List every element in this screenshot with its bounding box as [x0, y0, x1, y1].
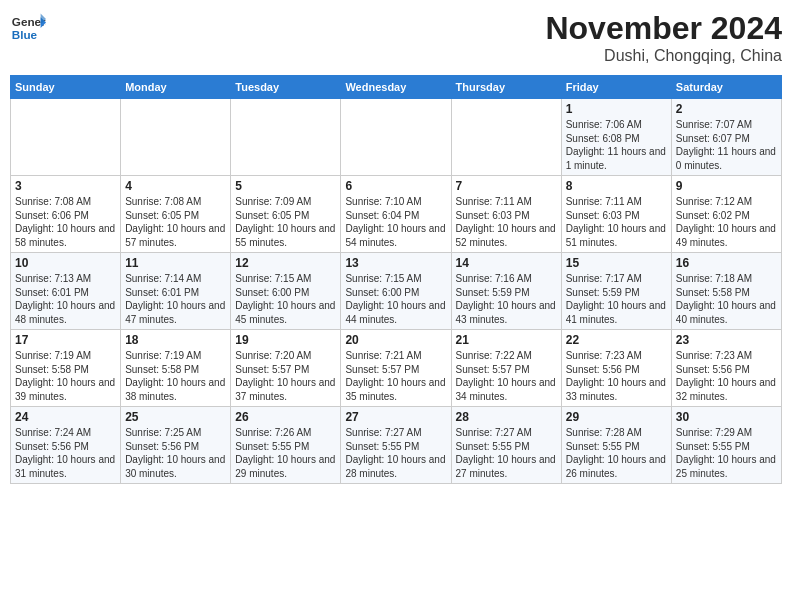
calendar-cell: [121, 99, 231, 176]
calendar-cell: 16Sunrise: 7:18 AM Sunset: 5:58 PM Dayli…: [671, 253, 781, 330]
calendar-cell: 13Sunrise: 7:15 AM Sunset: 6:00 PM Dayli…: [341, 253, 451, 330]
day-number: 27: [345, 410, 446, 424]
calendar-cell: 26Sunrise: 7:26 AM Sunset: 5:55 PM Dayli…: [231, 407, 341, 484]
week-row-3: 10Sunrise: 7:13 AM Sunset: 6:01 PM Dayli…: [11, 253, 782, 330]
week-row-1: 1Sunrise: 7:06 AM Sunset: 6:08 PM Daylig…: [11, 99, 782, 176]
day-info: Sunrise: 7:13 AM Sunset: 6:01 PM Dayligh…: [15, 272, 116, 326]
day-info: Sunrise: 7:19 AM Sunset: 5:58 PM Dayligh…: [15, 349, 116, 403]
calendar-cell: 4Sunrise: 7:08 AM Sunset: 6:05 PM Daylig…: [121, 176, 231, 253]
day-number: 4: [125, 179, 226, 193]
month-year-title: November 2024: [545, 10, 782, 47]
day-info: Sunrise: 7:21 AM Sunset: 5:57 PM Dayligh…: [345, 349, 446, 403]
calendar-cell: 9Sunrise: 7:12 AM Sunset: 6:02 PM Daylig…: [671, 176, 781, 253]
calendar-cell: 8Sunrise: 7:11 AM Sunset: 6:03 PM Daylig…: [561, 176, 671, 253]
day-info: Sunrise: 7:28 AM Sunset: 5:55 PM Dayligh…: [566, 426, 667, 480]
svg-text:Blue: Blue: [12, 28, 38, 41]
weekday-header-sunday: Sunday: [11, 76, 121, 99]
calendar-cell: 24Sunrise: 7:24 AM Sunset: 5:56 PM Dayli…: [11, 407, 121, 484]
calendar-table: SundayMondayTuesdayWednesdayThursdayFrid…: [10, 75, 782, 484]
day-number: 6: [345, 179, 446, 193]
calendar-cell: 20Sunrise: 7:21 AM Sunset: 5:57 PM Dayli…: [341, 330, 451, 407]
day-info: Sunrise: 7:08 AM Sunset: 6:06 PM Dayligh…: [15, 195, 116, 249]
week-row-2: 3Sunrise: 7:08 AM Sunset: 6:06 PM Daylig…: [11, 176, 782, 253]
day-number: 16: [676, 256, 777, 270]
day-number: 17: [15, 333, 116, 347]
day-info: Sunrise: 7:15 AM Sunset: 6:00 PM Dayligh…: [235, 272, 336, 326]
weekday-header-wednesday: Wednesday: [341, 76, 451, 99]
day-info: Sunrise: 7:07 AM Sunset: 6:07 PM Dayligh…: [676, 118, 777, 172]
calendar-cell: 5Sunrise: 7:09 AM Sunset: 6:05 PM Daylig…: [231, 176, 341, 253]
day-number: 10: [15, 256, 116, 270]
day-info: Sunrise: 7:29 AM Sunset: 5:55 PM Dayligh…: [676, 426, 777, 480]
calendar-cell: 17Sunrise: 7:19 AM Sunset: 5:58 PM Dayli…: [11, 330, 121, 407]
day-number: 9: [676, 179, 777, 193]
day-info: Sunrise: 7:17 AM Sunset: 5:59 PM Dayligh…: [566, 272, 667, 326]
calendar-cell: [451, 99, 561, 176]
day-number: 28: [456, 410, 557, 424]
day-number: 13: [345, 256, 446, 270]
day-number: 19: [235, 333, 336, 347]
day-info: Sunrise: 7:11 AM Sunset: 6:03 PM Dayligh…: [456, 195, 557, 249]
calendar-cell: 10Sunrise: 7:13 AM Sunset: 6:01 PM Dayli…: [11, 253, 121, 330]
day-number: 23: [676, 333, 777, 347]
day-info: Sunrise: 7:06 AM Sunset: 6:08 PM Dayligh…: [566, 118, 667, 172]
day-number: 25: [125, 410, 226, 424]
calendar-cell: 3Sunrise: 7:08 AM Sunset: 6:06 PM Daylig…: [11, 176, 121, 253]
day-number: 15: [566, 256, 667, 270]
day-info: Sunrise: 7:24 AM Sunset: 5:56 PM Dayligh…: [15, 426, 116, 480]
day-info: Sunrise: 7:18 AM Sunset: 5:58 PM Dayligh…: [676, 272, 777, 326]
calendar-cell: 7Sunrise: 7:11 AM Sunset: 6:03 PM Daylig…: [451, 176, 561, 253]
calendar-cell: 19Sunrise: 7:20 AM Sunset: 5:57 PM Dayli…: [231, 330, 341, 407]
page-header: General Blue November 2024 Dushi, Chongq…: [10, 10, 782, 65]
day-number: 29: [566, 410, 667, 424]
calendar-cell: 25Sunrise: 7:25 AM Sunset: 5:56 PM Dayli…: [121, 407, 231, 484]
day-number: 11: [125, 256, 226, 270]
calendar-cell: 11Sunrise: 7:14 AM Sunset: 6:01 PM Dayli…: [121, 253, 231, 330]
day-number: 8: [566, 179, 667, 193]
day-number: 12: [235, 256, 336, 270]
day-info: Sunrise: 7:10 AM Sunset: 6:04 PM Dayligh…: [345, 195, 446, 249]
day-info: Sunrise: 7:22 AM Sunset: 5:57 PM Dayligh…: [456, 349, 557, 403]
day-number: 21: [456, 333, 557, 347]
day-info: Sunrise: 7:15 AM Sunset: 6:00 PM Dayligh…: [345, 272, 446, 326]
week-row-4: 17Sunrise: 7:19 AM Sunset: 5:58 PM Dayli…: [11, 330, 782, 407]
day-number: 26: [235, 410, 336, 424]
calendar-cell: [341, 99, 451, 176]
weekday-header-row: SundayMondayTuesdayWednesdayThursdayFrid…: [11, 76, 782, 99]
day-info: Sunrise: 7:16 AM Sunset: 5:59 PM Dayligh…: [456, 272, 557, 326]
calendar-cell: 22Sunrise: 7:23 AM Sunset: 5:56 PM Dayli…: [561, 330, 671, 407]
day-info: Sunrise: 7:11 AM Sunset: 6:03 PM Dayligh…: [566, 195, 667, 249]
calendar-cell: 1Sunrise: 7:06 AM Sunset: 6:08 PM Daylig…: [561, 99, 671, 176]
title-block: November 2024 Dushi, Chongqing, China: [545, 10, 782, 65]
day-number: 14: [456, 256, 557, 270]
calendar-cell: 15Sunrise: 7:17 AM Sunset: 5:59 PM Dayli…: [561, 253, 671, 330]
day-info: Sunrise: 7:20 AM Sunset: 5:57 PM Dayligh…: [235, 349, 336, 403]
day-info: Sunrise: 7:23 AM Sunset: 5:56 PM Dayligh…: [676, 349, 777, 403]
calendar-cell: 18Sunrise: 7:19 AM Sunset: 5:58 PM Dayli…: [121, 330, 231, 407]
day-info: Sunrise: 7:14 AM Sunset: 6:01 PM Dayligh…: [125, 272, 226, 326]
logo: General Blue: [10, 10, 46, 46]
day-number: 18: [125, 333, 226, 347]
calendar-cell: 21Sunrise: 7:22 AM Sunset: 5:57 PM Dayli…: [451, 330, 561, 407]
weekday-header-saturday: Saturday: [671, 76, 781, 99]
day-info: Sunrise: 7:23 AM Sunset: 5:56 PM Dayligh…: [566, 349, 667, 403]
day-info: Sunrise: 7:27 AM Sunset: 5:55 PM Dayligh…: [456, 426, 557, 480]
day-info: Sunrise: 7:26 AM Sunset: 5:55 PM Dayligh…: [235, 426, 336, 480]
weekday-header-friday: Friday: [561, 76, 671, 99]
day-info: Sunrise: 7:19 AM Sunset: 5:58 PM Dayligh…: [125, 349, 226, 403]
day-info: Sunrise: 7:09 AM Sunset: 6:05 PM Dayligh…: [235, 195, 336, 249]
calendar-cell: 29Sunrise: 7:28 AM Sunset: 5:55 PM Dayli…: [561, 407, 671, 484]
day-number: 22: [566, 333, 667, 347]
day-number: 30: [676, 410, 777, 424]
day-info: Sunrise: 7:12 AM Sunset: 6:02 PM Dayligh…: [676, 195, 777, 249]
day-number: 5: [235, 179, 336, 193]
day-number: 20: [345, 333, 446, 347]
calendar-cell: 28Sunrise: 7:27 AM Sunset: 5:55 PM Dayli…: [451, 407, 561, 484]
location-subtitle: Dushi, Chongqing, China: [545, 47, 782, 65]
day-info: Sunrise: 7:08 AM Sunset: 6:05 PM Dayligh…: [125, 195, 226, 249]
weekday-header-thursday: Thursday: [451, 76, 561, 99]
week-row-5: 24Sunrise: 7:24 AM Sunset: 5:56 PM Dayli…: [11, 407, 782, 484]
calendar-cell: 27Sunrise: 7:27 AM Sunset: 5:55 PM Dayli…: [341, 407, 451, 484]
day-info: Sunrise: 7:27 AM Sunset: 5:55 PM Dayligh…: [345, 426, 446, 480]
day-number: 3: [15, 179, 116, 193]
